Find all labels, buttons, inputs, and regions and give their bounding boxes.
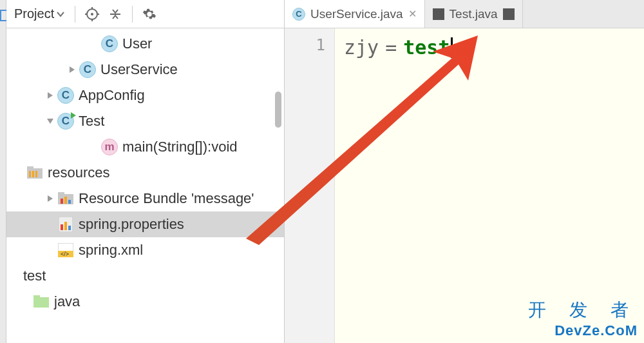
svg-rect-10	[29, 171, 31, 177]
svg-rect-9	[27, 166, 33, 170]
tree-item-label: Resource Bundle 'message'	[79, 190, 254, 207]
tab-label: UserService.java	[310, 7, 403, 21]
separator	[132, 6, 133, 23]
tree-item-main-string-void[interactable]: mmain(String[]):void	[6, 134, 284, 160]
svg-rect-26	[33, 295, 40, 299]
folder-green-icon	[32, 293, 50, 311]
expand-arrow-icon[interactable]	[44, 115, 57, 128]
editor-tabs: CUserService.java✕Test.java	[285, 0, 644, 28]
scrollbar-thumb[interactable]	[275, 92, 281, 128]
expand-arrow-icon[interactable]	[44, 192, 57, 205]
editor-area: CUserService.java✕Test.java 1 zjy = test	[285, 0, 644, 343]
expand-arrow-icon	[10, 270, 23, 282]
tree-item-label: spring.xml	[79, 242, 143, 259]
project-toolbar: Project	[6, 0, 284, 28]
svg-rect-12	[35, 171, 37, 177]
tree-item-userservice[interactable]: CUserService	[6, 57, 284, 83]
editor-tab-test-java[interactable]: Test.java	[425, 0, 523, 28]
modified-icon	[503, 8, 515, 20]
watermark-en: DevZe.CoM	[528, 322, 638, 339]
line-gutter: 1	[285, 28, 335, 343]
tree-item-label: resources	[48, 164, 110, 181]
project-view-selector[interactable]: Project	[10, 6, 68, 21]
editor-tab-userservice-java[interactable]: CUserService.java✕	[285, 0, 425, 28]
expand-arrow-icon	[88, 141, 100, 153]
text-cursor	[451, 37, 453, 58]
tree-item-label: User	[122, 35, 152, 52]
tab-label: Test.java	[450, 7, 498, 21]
svg-rect-11	[32, 171, 34, 177]
svg-text:</>: </>	[61, 251, 69, 257]
class-icon: C	[292, 8, 305, 21]
tree-item-label: AppConfig	[79, 87, 145, 104]
svg-rect-19	[61, 224, 63, 230]
tree-item-label: UserService	[100, 61, 178, 78]
watermark: 开 发 者 DevZe.CoM	[528, 298, 638, 339]
tree-item-appconfig[interactable]: CAppConfig	[6, 83, 284, 108]
tree-item-java[interactable]: java	[6, 289, 284, 315]
props-icon	[57, 215, 75, 233]
class-icon: C	[100, 35, 118, 53]
svg-rect-17	[68, 200, 71, 204]
gear-icon[interactable]	[139, 4, 160, 24]
svg-rect-14	[58, 192, 64, 196]
project-sidebar: Project CUserCUserServiceCAppConfigCTest…	[6, 0, 285, 343]
code-area[interactable]: zjy = test	[335, 28, 644, 343]
svg-rect-15	[61, 199, 63, 204]
expand-arrow-icon[interactable]	[44, 89, 57, 102]
project-title-label: Project	[14, 6, 54, 21]
tree-item-label: test	[23, 268, 46, 284]
expand-arrow-icon	[13, 166, 26, 179]
tree-item-resources[interactable]: resources	[6, 160, 284, 186]
editor-body: 1 zjy = test	[285, 28, 644, 343]
tree-item-label: main(String[]):void	[122, 139, 238, 155]
method-icon: m	[100, 138, 118, 156]
class-icon: C	[57, 86, 75, 104]
svg-rect-16	[64, 197, 67, 204]
equals-sign: =	[385, 36, 397, 59]
left-gutter-strip	[0, 0, 6, 343]
svg-rect-21	[68, 226, 71, 230]
expand-arrow-icon	[44, 244, 57, 257]
expand-arrow-icon[interactable]	[66, 63, 79, 76]
tree-item-spring-properties[interactable]: spring.properties	[6, 211, 284, 237]
project-tree[interactable]: CUserCUserServiceCAppConfigCTestmmain(St…	[6, 28, 284, 343]
collapse-icon[interactable]	[105, 4, 126, 24]
property-key: zjy	[344, 36, 379, 59]
property-value: test	[403, 36, 450, 59]
line-number: 1	[285, 36, 325, 54]
separator	[75, 6, 75, 23]
chevron-down-icon	[57, 11, 64, 17]
svg-rect-20	[64, 222, 67, 230]
close-icon[interactable]: ✕	[408, 8, 417, 20]
expand-arrow-icon	[44, 218, 57, 231]
modified-icon	[433, 8, 444, 20]
tree-item-test[interactable]: CTest	[6, 108, 284, 134]
locate-icon[interactable]	[82, 4, 102, 24]
folder-res-icon	[26, 164, 44, 182]
expand-arrow-icon	[19, 295, 32, 308]
tree-item-label: java	[54, 293, 80, 310]
class-icon: C	[79, 61, 97, 79]
tree-item-resource-bundle-message-[interactable]: Resource Bundle 'message'	[6, 186, 284, 211]
tree-item-test[interactable]: test	[6, 263, 284, 289]
expand-arrow-icon	[88, 37, 100, 50]
tree-item-spring-xml[interactable]: </>spring.xml	[6, 237, 284, 263]
xml-icon: </>	[57, 241, 75, 259]
class-run-icon: C	[57, 112, 75, 130]
tree-item-label: Test	[79, 113, 104, 130]
watermark-cn: 开 发 者	[528, 298, 638, 322]
tree-item-user[interactable]: CUser	[6, 31, 284, 57]
tree-item-label: spring.properties	[79, 216, 184, 233]
bundle-icon	[57, 190, 75, 208]
code-line: zjy = test	[344, 36, 635, 59]
svg-point-2	[91, 13, 93, 15]
